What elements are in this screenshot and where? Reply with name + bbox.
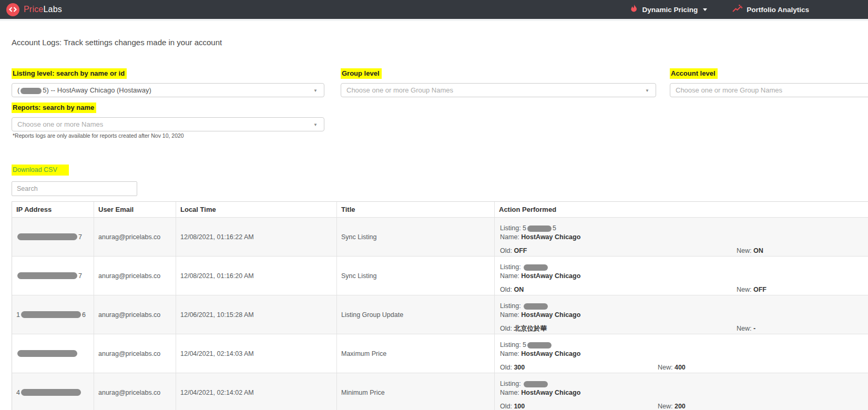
old-value: Old: ON (500, 286, 524, 293)
redaction-blob (527, 226, 552, 232)
title-cell: Listing Group Update (337, 295, 495, 334)
table-row: 7 anurag@pricelabs.co 12/08/2021, 01:16:… (12, 217, 868, 256)
listing-line: Listing: (500, 380, 868, 388)
nav-menu: Dynamic Pricing Portfolio Analytics (630, 4, 862, 15)
account-select-placeholder: Choose one or more Group Names (676, 86, 782, 94)
name-line: Name: HostAway Chicago (500, 311, 868, 320)
old-value: Old: 100 (500, 403, 525, 410)
local-time-cell: 12/08/2021, 01:16:22 AM (176, 218, 337, 256)
redaction-blob (17, 272, 77, 279)
listing-level-select[interactable]: (5) -- HostAway Chicago (Hostaway) ▼ (12, 83, 324, 97)
table-body: 7 anurag@pricelabs.co 12/08/2021, 01:16:… (12, 217, 868, 410)
name-line: Name: HostAway Chicago (500, 233, 868, 242)
name-line: Name: HostAway Chicago (500, 388, 868, 397)
old-value: Old: OFF (500, 247, 527, 254)
ip-address-cell: 7 (12, 218, 94, 256)
ip-address-cell: 16 (12, 295, 94, 334)
redaction-blob (21, 88, 42, 94)
analytics-trend-icon (732, 5, 742, 14)
reports-select[interactable]: Choose one or more Names ▼ (12, 117, 324, 131)
ip-fragment: 7 (78, 233, 82, 241)
ip-fragment: 6 (82, 311, 86, 319)
chevron-down-icon: ▼ (645, 88, 649, 93)
navbar-divider (0, 19, 868, 21)
listing-id-fragment: 5 (523, 341, 526, 348)
redaction-blob (524, 303, 548, 310)
listing-line: Listing: (500, 302, 868, 311)
user-email-cell: anurag@pricelabs.co (94, 373, 176, 410)
nav-item-portfolio-analytics[interactable]: Portfolio Analytics (732, 5, 809, 14)
listing-id-fragment: 5 (553, 224, 556, 232)
table-row: 7 anurag@pricelabs.co 12/08/2021, 01:16:… (12, 256, 868, 295)
reports-select-placeholder: Choose one or more Names (17, 120, 103, 128)
listing-name: HostAway Chicago (521, 272, 580, 280)
local-time-cell: 12/06/2021, 10:15:28 AM (176, 295, 337, 334)
table-row: 4 anurag@pricelabs.co 12/04/2021, 02:14:… (12, 373, 868, 410)
ip-address-cell (12, 334, 94, 373)
redaction-blob (524, 381, 548, 387)
group-select-placeholder: Choose one or more Group Names (346, 86, 453, 94)
ip-address-cell: 7 (12, 257, 94, 295)
listing-line: Listing: 5 (500, 341, 868, 350)
column-header-time: Local Time (176, 202, 337, 217)
listing-name: HostAway Chicago (521, 233, 580, 241)
listing-select-value: (5) -- HostAway Chicago (Hostaway) (17, 86, 151, 94)
ip-fragment: 4 (16, 389, 20, 396)
new-value: New: ON (737, 247, 763, 255)
nav-item-label: Portfolio Analytics (747, 6, 809, 14)
redaction-blob (17, 233, 77, 240)
pricelabs-logo[interactable]: PriceLabs (6, 3, 62, 16)
group-level-select[interactable]: Choose one or more Group Names ▼ (341, 83, 656, 97)
listing-name: HostAway Chicago (521, 350, 580, 357)
new-value: New: OFF (737, 285, 767, 294)
top-navbar: PriceLabs Dynamic Pricing Portfolio Anal… (0, 0, 868, 19)
reports-note: *Reports logs are only available for rep… (13, 132, 184, 139)
redaction-blob (527, 342, 552, 348)
listing-line: Listing: 55 (500, 224, 868, 233)
user-email-cell: anurag@pricelabs.co (94, 334, 176, 373)
old-new-line: Old: 300 New: 400 (500, 363, 868, 372)
nav-item-label: Dynamic Pricing (642, 6, 698, 14)
old-value: Old: 北京位於華 (500, 325, 547, 332)
listing-level-label: Listing level: search by name or id (12, 68, 127, 79)
column-header-title: Title (337, 202, 495, 217)
account-level-label: Account level (670, 68, 718, 79)
ip-address-cell: 4 (12, 373, 94, 410)
title-cell: Sync Listing (337, 218, 495, 256)
new-value: New: 400 (658, 363, 686, 372)
search-input[interactable] (12, 181, 137, 196)
listing-name: HostAway Chicago (521, 389, 580, 396)
nav-item-dynamic-pricing[interactable]: Dynamic Pricing (630, 4, 707, 15)
group-level-label: Group level (341, 68, 382, 79)
user-email-cell: anurag@pricelabs.co (94, 295, 176, 334)
column-header-action: Action Performed (495, 202, 868, 217)
account-level-select[interactable]: Choose one or more Group Names ▼ (670, 83, 868, 97)
redaction-blob (21, 311, 81, 318)
title-cell: Maximum Price (337, 334, 495, 373)
table-row: anurag@pricelabs.co 12/04/2021, 02:14:03… (12, 334, 868, 373)
old-new-line: Old: ON New: OFF (500, 285, 868, 294)
action-performed-cell: Listing: 5 Name: HostAway Chicago Old: 3… (495, 334, 868, 373)
name-line: Name: HostAway Chicago (500, 272, 868, 281)
name-line: Name: HostAway Chicago (500, 350, 868, 358)
page-title: Account Logs: Track settings changes mad… (12, 38, 222, 47)
action-performed-cell: Listing: Name: HostAway Chicago Old: 100… (495, 373, 868, 410)
column-header-email: User Email (94, 202, 176, 217)
table-header: IP Address User Email Local Time Title A… (12, 202, 868, 217)
new-value: New: 200 (658, 402, 686, 410)
user-email-cell: anurag@pricelabs.co (94, 218, 176, 256)
old-value: Old: 300 (500, 364, 525, 371)
chevron-down-icon: ▼ (313, 88, 318, 93)
download-csv-link[interactable]: Download CSV (12, 165, 69, 176)
ip-fragment: 1 (16, 311, 20, 319)
title-cell: Minimum Price (337, 373, 495, 410)
local-time-cell: 12/04/2021, 02:14:03 AM (176, 334, 337, 373)
title-cell: Sync Listing (337, 257, 495, 295)
listing-name: HostAway Chicago (521, 311, 580, 319)
listing-id-fragment: 5 (523, 224, 526, 232)
local-time-cell: 12/04/2021, 02:14:02 AM (176, 373, 337, 410)
old-new-line: Old: 100 New: 200 (500, 402, 868, 410)
ip-fragment: 7 (78, 272, 82, 280)
old-new-line: Old: 北京位於華 New: - (500, 324, 868, 333)
flame-icon (630, 4, 638, 15)
